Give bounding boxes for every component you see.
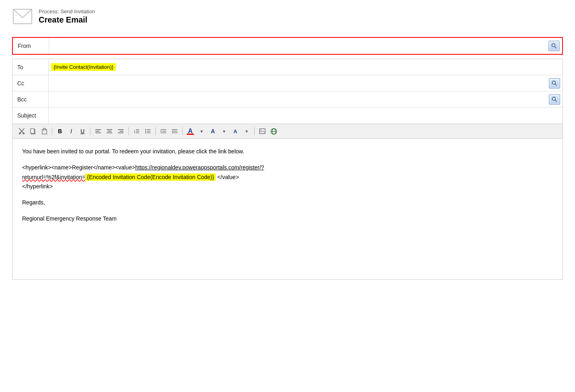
copy-button[interactable]: [28, 126, 38, 136]
toolbar-sep-3: [128, 127, 129, 135]
svg-marker-38: [161, 131, 162, 132]
svg-point-44: [260, 130, 262, 131]
align-right-button[interactable]: [115, 126, 126, 136]
hyperlink-open-tag: <hyperlink><name>Register</name><value>: [22, 164, 135, 171]
bcc-lookup-button[interactable]: [549, 94, 560, 105]
email-body[interactable]: You have been invited to our portal. To …: [12, 139, 563, 280]
svg-rect-15: [43, 128, 45, 130]
email-toolbar: B I U 1. A ▼ A ▼ A ▼: [12, 124, 563, 139]
from-field: [49, 38, 562, 54]
cc-lookup-button[interactable]: [549, 78, 560, 89]
form-section: To {Invite Contact(Invitation)} Cc Bcc: [12, 59, 563, 124]
svg-line-2: [555, 47, 556, 48]
font-size-dropdown[interactable]: ▼: [219, 126, 229, 136]
bcc-field-inner: [51, 94, 560, 105]
cc-field-inner: [51, 78, 560, 89]
to-row: To {Invite Contact(Invitation)}: [12, 59, 563, 75]
cc-input[interactable]: [51, 78, 547, 88]
toolbar-sep-1: [52, 127, 52, 135]
indent-button[interactable]: [158, 126, 169, 136]
svg-line-5: [555, 84, 557, 85]
bcc-field: [49, 91, 563, 107]
font-color-button[interactable]: A: [185, 126, 196, 136]
toolbar-sep-2: [90, 127, 91, 135]
unordered-list-button[interactable]: [142, 126, 153, 136]
svg-marker-42: [172, 131, 173, 132]
to-field[interactable]: {Invite Contact(Invitation)}: [49, 59, 563, 75]
bcc-row: Bcc: [12, 91, 563, 107]
hyperlink-url: https://regionaldev.powerappsportals.com…: [135, 164, 264, 171]
cc-field: [49, 75, 563, 91]
cc-label: Cc: [12, 75, 49, 91]
body-intro-line: You have been invited to our portal. To …: [22, 147, 553, 157]
encoded-invitation-tag: {Encoded Invitation Code(Encode Invitati…: [85, 173, 216, 181]
from-lookup-button[interactable]: [548, 41, 560, 51]
subject-input[interactable]: [51, 111, 560, 120]
font-style-dropdown[interactable]: ▼: [241, 126, 252, 136]
outdent-button[interactable]: [169, 126, 180, 136]
bcc-input[interactable]: [51, 95, 547, 104]
from-input[interactable]: [52, 41, 547, 51]
font-size-up-button[interactable]: A: [208, 126, 218, 136]
svg-rect-13: [31, 129, 34, 133]
insert-link-button[interactable]: [268, 126, 279, 136]
svg-line-8: [555, 100, 557, 101]
toolbar-sep-5: [182, 127, 183, 135]
email-icon: [12, 8, 33, 25]
insert-image-button[interactable]: [257, 126, 268, 136]
bcc-label: Bcc: [12, 91, 49, 107]
subject-row: Subject: [12, 107, 563, 124]
subject-field: [49, 107, 563, 124]
team-name-line: Regional Emergency Response Team: [22, 214, 553, 224]
hyperlink-url2: returnurl=%2f&invitation=: [22, 174, 85, 180]
bold-button[interactable]: B: [55, 126, 65, 136]
page-header: Process: Send Invitation Create Email: [12, 8, 563, 25]
cut-button[interactable]: [16, 126, 27, 136]
italic-button[interactable]: I: [66, 126, 76, 136]
body-hyperlink-block: <hyperlink><name>Register</name><value>h…: [22, 163, 553, 192]
regards-line: Regards,: [22, 198, 553, 208]
svg-rect-43: [260, 129, 265, 134]
svg-point-30: [145, 131, 146, 132]
from-row-wrapper: From: [12, 37, 563, 55]
font-style-button[interactable]: A: [230, 126, 241, 136]
underline-button[interactable]: U: [77, 126, 88, 136]
font-color-dropdown[interactable]: ▼: [196, 126, 207, 136]
svg-rect-14: [42, 130, 47, 134]
page-title: Create Email: [39, 15, 95, 25]
toolbar-sep-4: [155, 127, 156, 135]
cc-row: Cc: [12, 75, 563, 91]
svg-point-31: [145, 132, 146, 133]
hyperlink-end-tag: </hyperlink>: [22, 183, 53, 190]
from-label: From: [13, 38, 49, 54]
to-invite-tag: {Invite Contact(Invitation)}: [51, 63, 116, 71]
hyperlink-value-close: </value>: [216, 174, 239, 180]
header-text-block: Process: Send Invitation Create Email: [39, 8, 95, 25]
toolbar-sep-6: [254, 127, 255, 135]
to-label: To: [12, 59, 49, 75]
process-label: Process: Send Invitation: [39, 8, 95, 14]
from-field-inner: [52, 41, 560, 51]
align-left-button[interactable]: [93, 126, 103, 136]
from-row: From: [13, 38, 562, 54]
align-center-button[interactable]: [104, 126, 115, 136]
svg-point-29: [145, 129, 146, 130]
paste-button[interactable]: [39, 126, 49, 136]
subject-label: Subject: [12, 107, 49, 124]
ordered-list-button[interactable]: 1.: [131, 126, 142, 136]
